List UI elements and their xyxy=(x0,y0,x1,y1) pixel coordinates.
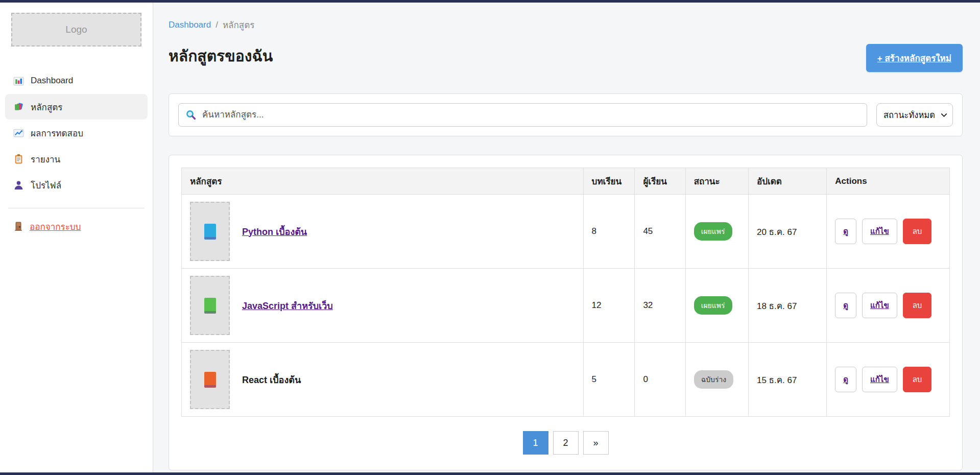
orange-book-icon xyxy=(204,372,216,388)
sidebar-item-courses[interactable]: หลักสูตร xyxy=(5,94,148,120)
view-button[interactable]: ดู xyxy=(835,219,856,244)
course-thumbnail-placeholder xyxy=(190,202,230,261)
status-badge: เผยแพร่ xyxy=(694,222,732,241)
status-filter: สถานะทั้งหมด xyxy=(876,103,953,127)
logout-label: ออกจากระบบ xyxy=(30,220,81,233)
clipboard-icon xyxy=(13,154,24,164)
search-box xyxy=(178,103,867,127)
course-cell: React เบื้องต้น xyxy=(182,343,584,417)
blue-book-icon xyxy=(204,224,216,240)
column-updated: อัปเดต xyxy=(748,168,826,195)
line-chart-icon xyxy=(13,128,24,138)
column-status: สถานะ xyxy=(685,168,748,195)
filter-card: สถานะทั้งหมด xyxy=(169,93,963,136)
status-cell: ฉบับร่าง xyxy=(685,343,748,417)
sidebar-item-dashboard[interactable]: Dashboard xyxy=(5,68,148,93)
logo-text: Logo xyxy=(65,24,87,35)
course-thumbnail-placeholder xyxy=(190,276,230,335)
page-button-1[interactable]: 1 xyxy=(523,431,548,455)
sidebar-item-label: รายงาน xyxy=(31,152,60,166)
app-window: Logo Dashboard หลักสูตร ผลการทดสอบ xyxy=(0,3,980,472)
delete-button[interactable]: ลบ xyxy=(903,367,932,392)
sidebar-item-label: โปรไฟล์ xyxy=(31,178,61,192)
edit-button[interactable]: แก้ไข xyxy=(862,219,897,244)
course-name-link[interactable]: JavaScript สำหรับเว็บ xyxy=(242,298,333,313)
actions-cell: ดู แก้ไข ลบ xyxy=(827,195,950,269)
logout-link[interactable]: ออกจากระบบ xyxy=(13,220,81,233)
person-icon xyxy=(13,180,24,191)
course-name-text: React เบื้องต้น xyxy=(242,372,301,387)
lessons-cell: 5 xyxy=(583,343,635,417)
search-input[interactable] xyxy=(178,103,867,127)
students-cell: 32 xyxy=(635,269,685,343)
sidebar-item-reports[interactable]: รายงาน xyxy=(5,146,148,172)
course-cell: Python เบื้องต้น xyxy=(182,195,584,269)
courses-table-card: หลักสูตร บทเรียน ผู้เรียน สถานะ อัปเดต A… xyxy=(169,155,963,470)
pagination: 1 2 » xyxy=(181,431,950,455)
sidebar-divider xyxy=(8,208,145,208)
view-button[interactable]: ดู xyxy=(835,293,856,318)
lessons-cell: 8 xyxy=(583,195,635,269)
books-icon xyxy=(13,102,24,112)
delete-button[interactable]: ลบ xyxy=(903,219,932,244)
sidebar: Logo Dashboard หลักสูตร ผลการทดสอบ xyxy=(0,3,153,472)
breadcrumb: Dashboard / หลักสูตร xyxy=(169,18,963,32)
sidebar-item-label: Dashboard xyxy=(31,76,73,86)
lessons-cell: 12 xyxy=(583,269,635,343)
table-row: Python เบื้องต้น 8 45 เผยแพร่ 20 ธ.ค. 67… xyxy=(182,195,950,269)
page-header: หลักสูตรของฉัน + สร้างหลักสูตรใหม่ xyxy=(169,44,963,72)
breadcrumb-dashboard-link[interactable]: Dashboard xyxy=(169,20,211,30)
breadcrumb-current: หลักสูตร xyxy=(223,18,254,32)
status-filter-select[interactable]: สถานะทั้งหมด xyxy=(876,103,953,127)
status-badge: ฉบับร่าง xyxy=(694,370,734,389)
door-icon xyxy=(13,221,24,232)
table-header-row: หลักสูตร บทเรียน ผู้เรียน สถานะ อัปเดต A… xyxy=(182,168,950,195)
page-button-next[interactable]: » xyxy=(583,431,609,455)
view-button[interactable]: ดู xyxy=(835,367,856,392)
edit-button[interactable]: แก้ไข xyxy=(862,293,897,318)
sidebar-item-label: ผลการทดสอบ xyxy=(31,126,83,140)
delete-button[interactable]: ลบ xyxy=(903,293,932,318)
course-thumbnail-placeholder xyxy=(190,350,230,409)
table-row: JavaScript สำหรับเว็บ 12 32 เผยแพร่ 18 ธ… xyxy=(182,269,950,343)
table-row: React เบื้องต้น 5 0 ฉบับร่าง 15 ธ.ค. 67 … xyxy=(182,343,950,417)
sidebar-item-label: หลักสูตร xyxy=(31,100,62,114)
updated-cell: 20 ธ.ค. 67 xyxy=(748,195,826,269)
breadcrumb-separator: / xyxy=(216,20,218,30)
updated-cell: 15 ธ.ค. 67 xyxy=(748,343,826,417)
page-button-2[interactable]: 2 xyxy=(553,431,579,455)
column-course: หลักสูตร xyxy=(182,168,584,195)
main-content: Dashboard / หลักสูตร หลักสูตรของฉัน + สร… xyxy=(153,3,980,472)
students-cell: 45 xyxy=(635,195,685,269)
bar-chart-icon xyxy=(13,76,24,86)
green-book-icon xyxy=(204,298,216,314)
sidebar-item-test-results[interactable]: ผลการทดสอบ xyxy=(5,120,148,146)
logo-placeholder: Logo xyxy=(11,13,141,46)
magnifier-icon xyxy=(185,109,197,121)
students-cell: 0 xyxy=(635,343,685,417)
column-actions: Actions xyxy=(827,168,950,195)
actions-cell: ดู แก้ไข ลบ xyxy=(827,343,950,417)
create-course-button[interactable]: + สร้างหลักสูตรใหม่ xyxy=(866,44,963,72)
course-name-link[interactable]: Python เบื้องต้น xyxy=(242,224,307,239)
status-badge: เผยแพร่ xyxy=(694,296,732,315)
status-cell: เผยแพร่ xyxy=(685,269,748,343)
column-lessons: บทเรียน xyxy=(583,168,635,195)
edit-button[interactable]: แก้ไข xyxy=(862,367,897,392)
courses-table: หลักสูตร บทเรียน ผู้เรียน สถานะ อัปเดต A… xyxy=(181,168,950,417)
page-title: หลักสูตรของฉัน xyxy=(169,44,273,68)
column-students: ผู้เรียน xyxy=(635,168,685,195)
sidebar-nav: Dashboard หลักสูตร ผลการทดสอบ รายงาน xyxy=(0,68,153,198)
status-cell: เผยแพร่ xyxy=(685,195,748,269)
sidebar-item-profile[interactable]: โปรไฟล์ xyxy=(5,172,148,198)
course-cell: JavaScript สำหรับเว็บ xyxy=(182,269,584,343)
actions-cell: ดู แก้ไข ลบ xyxy=(827,269,950,343)
updated-cell: 18 ธ.ค. 67 xyxy=(748,269,826,343)
